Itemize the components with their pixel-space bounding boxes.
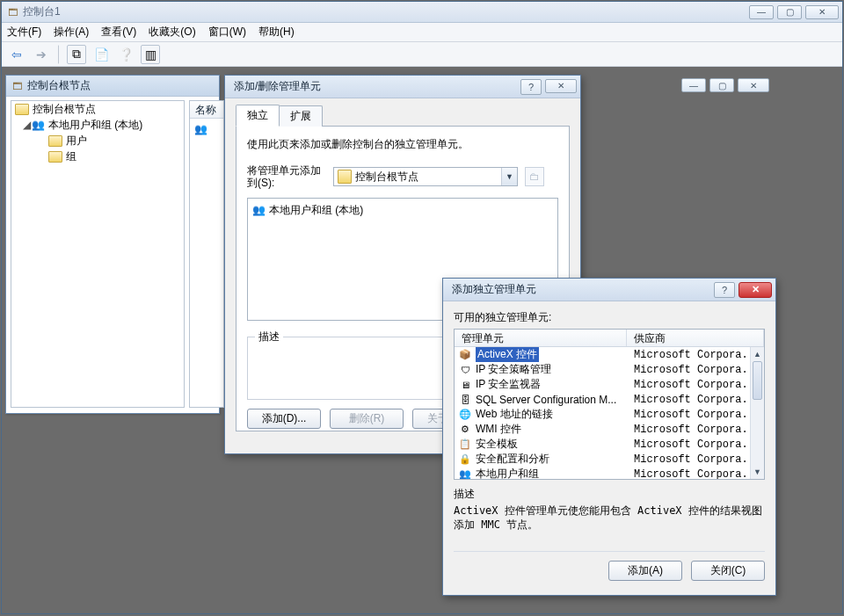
snapin-icon: 📋 — [458, 438, 472, 452]
snapin-name: ActiveX 控件 — [476, 347, 539, 362]
scroll-up-icon[interactable]: ▲ — [751, 347, 764, 361]
dlg2-close-button[interactable]: 关闭(C) — [691, 561, 765, 581]
folder-icon — [338, 170, 352, 184]
up-button[interactable]: ⧉ — [67, 45, 86, 64]
menu-help[interactable]: 帮助(H) — [258, 25, 295, 40]
tab-extensions[interactable]: 扩展 — [279, 105, 323, 127]
snapin-row[interactable]: 🖥IP 安全监视器Microsoft Corpora... — [455, 377, 750, 392]
col-snapin[interactable]: 管理单元 — [455, 330, 627, 346]
dlg2-desc-text: ActiveX 控件管理单元使您能用包含 ActiveX 控件的结果视图添加 M… — [454, 504, 765, 546]
tree-leaf-label: 用户 — [66, 134, 87, 149]
scroll-down-icon[interactable]: ▼ — [751, 465, 764, 479]
snapin-name: 安全配置和分析 — [476, 452, 549, 467]
mmc-icon: 🗔 — [10, 79, 24, 93]
snapin-icon: ⚙ — [458, 423, 472, 437]
tree-pane[interactable]: 控制台根节点 ◢ 👥 本地用户和组 (本地) 用户 组 — [11, 100, 185, 408]
snapin-vendor: Microsoft Corpora... — [630, 409, 750, 421]
desc-legend: 描述 — [255, 330, 283, 344]
tree-node-localusers[interactable]: ◢ 👥 本地用户和组 (本地) — [11, 117, 184, 133]
dlg2-help-button[interactable]: ? — [714, 282, 735, 298]
snapin-vendor: Microsoft Corpora... — [630, 364, 750, 376]
dlg2-add-button[interactable]: 添加(A) — [608, 561, 682, 581]
child2-minimize-button[interactable]: — — [681, 78, 706, 92]
minimize-button[interactable]: — — [749, 5, 774, 19]
list-item[interactable]: 👥 本地用户和组 (本地) — [251, 202, 554, 218]
snapin-row[interactable]: ⚙WMI 控件Microsoft Corpora... — [455, 422, 750, 437]
list-pane[interactable]: 名称 👥 — [189, 100, 224, 408]
new-folder-button[interactable]: 🗀 — [525, 167, 544, 186]
back-button[interactable]: ⇦ — [7, 45, 26, 64]
available-label: 可用的独立管理单元: — [454, 310, 765, 325]
child1-title: 控制台根节点 — [27, 78, 215, 93]
snapin-vendor: Microsoft Corpora... — [630, 379, 750, 391]
snapin-icon: 🛡 — [458, 363, 472, 377]
child2-maximize-button[interactable]: ▢ — [709, 78, 734, 92]
help-button[interactable]: ❔ — [116, 45, 135, 64]
snapin-vendor: Microsoft Corpora... — [630, 453, 750, 466]
tab-standalone[interactable]: 独立 — [236, 105, 280, 127]
tree-leaf-groups[interactable]: 组 — [11, 149, 184, 164]
snapin-icon: 👥 — [458, 467, 472, 480]
snapin-name: Web 地址的链接 — [476, 407, 553, 422]
toolbar: ⇦ ➔ ⧉ 📄 ❔ ▥ — [2, 42, 842, 67]
scrollbar[interactable]: ▲ ▼ — [750, 347, 764, 479]
column-name[interactable]: 名称 — [190, 101, 223, 119]
snapin-name: 安全模板 — [476, 437, 518, 452]
dlg2-body: 可用的独立管理单元: 管理单元 供应商 📦ActiveX 控件Microsoft… — [443, 301, 775, 590]
dlg1-help-button[interactable]: ? — [520, 79, 542, 95]
menu-file[interactable]: 文件(F) — [7, 25, 41, 40]
child-window-root: 🗔 控制台根节点 控制台根节点 ◢ 👥 本地用户和组 (本地) 用户 — [5, 75, 220, 414]
snapin-icon: 🌐 — [458, 408, 472, 422]
add-button[interactable]: 添加(D)... — [247, 409, 321, 429]
dlg2-close-button[interactable]: ✕ — [738, 282, 772, 298]
tree-root[interactable]: 控制台根节点 — [11, 101, 184, 117]
tree-leaf-users[interactable]: 用户 — [11, 133, 184, 149]
maximize-button[interactable]: ▢ — [777, 5, 802, 19]
app-icon: 🗔 — [5, 5, 19, 19]
main-title: 控制台1 — [23, 4, 749, 19]
snapin-row[interactable]: 👥本地用户和组Microsoft Corpora... — [455, 467, 750, 479]
list-item[interactable]: 👥 — [190, 119, 223, 140]
menu-window[interactable]: 窗口(W) — [208, 25, 246, 40]
properties-button[interactable]: 📄 — [91, 45, 111, 64]
close-button[interactable]: ✕ — [805, 5, 839, 19]
snapin-vendor: Microsoft Corpora... — [630, 424, 750, 436]
remove-button[interactable]: 删除(R) — [330, 409, 404, 429]
addto-value: 控制台根节点 — [355, 170, 501, 185]
dlg1-intro: 使用此页来添加或删除控制台的独立管理单元。 — [247, 137, 558, 152]
menu-action[interactable]: 操作(A) — [54, 25, 89, 40]
snapin-row[interactable]: 🗄SQL Server Configuration M...Microsoft … — [455, 392, 750, 407]
addto-combo[interactable]: 控制台根节点 ▼ — [333, 167, 518, 186]
snapin-row[interactable]: 📋安全模板Microsoft Corpora... — [455, 437, 750, 452]
forward-button[interactable]: ➔ — [32, 45, 51, 64]
snapin-name: 本地用户和组 — [476, 467, 539, 479]
show-hide-button[interactable]: ▥ — [141, 45, 160, 64]
dlg2-titlebar[interactable]: 添加独立管理单元 ? ✕ — [443, 279, 775, 301]
snapin-vendor: Microsoft Corpora... — [630, 349, 750, 361]
col-vendor[interactable]: 供应商 — [627, 330, 764, 346]
child1-titlebar[interactable]: 🗔 控制台根节点 — [6, 76, 219, 97]
chevron-down-icon[interactable]: ▼ — [501, 168, 517, 185]
snapin-available-list[interactable]: 管理单元 供应商 📦ActiveX 控件Microsoft Corpora...… — [454, 329, 765, 480]
snapin-row[interactable]: 📦ActiveX 控件Microsoft Corpora... — [455, 347, 750, 362]
dlg1-close-button[interactable]: ✕ — [545, 79, 577, 93]
main-window: 🗔 控制台1 — ▢ ✕ 文件(F) 操作(A) 查看(V) 收藏夹(O) 窗口… — [1, 1, 843, 614]
snapin-name: SQL Server Configuration M... — [476, 394, 616, 406]
folder-icon — [48, 151, 62, 163]
snapin-row[interactable]: 🌐Web 地址的链接Microsoft Corpora... — [455, 407, 750, 422]
folder-icon — [15, 104, 29, 115]
snapin-icon: 🔒 — [458, 453, 472, 467]
list-item-label: 本地用户和组 (本地) — [269, 203, 363, 218]
menu-favorites[interactable]: 收藏夹(O) — [149, 25, 195, 40]
menu-view[interactable]: 查看(V) — [101, 25, 136, 40]
child2-close-button[interactable]: ✕ — [738, 78, 769, 92]
snapin-row[interactable]: 🔒安全配置和分析Microsoft Corpora... — [455, 452, 750, 467]
dlg1-titlebar[interactable]: 添加/删除管理单元 ? ✕ — [225, 76, 580, 98]
snapin-row[interactable]: 🛡IP 安全策略管理Microsoft Corpora... — [455, 362, 750, 377]
folder-icon — [48, 135, 62, 147]
scroll-thumb[interactable] — [753, 361, 762, 400]
main-titlebar[interactable]: 🗔 控制台1 — ▢ ✕ — [2, 2, 842, 23]
tree-node-label: 本地用户和组 (本地) — [48, 118, 142, 133]
expander-icon[interactable]: ◢ — [22, 119, 31, 131]
dlg1-title: 添加/删除管理单元 — [229, 79, 520, 94]
